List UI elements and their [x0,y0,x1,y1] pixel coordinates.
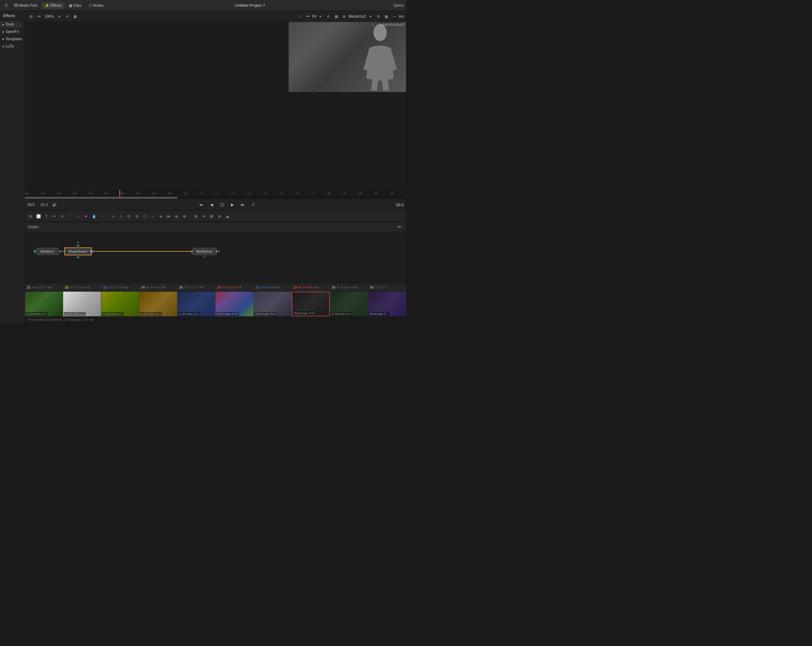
triangle-bottom [76,256,79,258]
settings-icon[interactable]: ⚙ [375,13,382,20]
view-icon[interactable]: ▦ [72,13,79,20]
volume-icon[interactable]: 🔊 [50,201,58,209]
draw-tool-text[interactable]: T [43,213,50,220]
effects-tree-tools[interactable]: ▶ Tools [0,21,23,28]
ruler-mark-73: 73 [247,190,263,197]
clip-thumb-27[interactable]: Blackmagic RAW [253,292,292,316]
triangle-indicator [76,245,79,247]
clip-num-23: 23 [103,285,107,289]
fit-dropdown[interactable]: ▾ [317,13,324,20]
nodes-header: Nodes ••• [25,222,406,232]
connector-1 [59,250,61,253]
ruler-mark-61: 61 [57,190,73,197]
clip-codec-27: Blackmagic RAW [254,312,277,316]
clip-time-23: 00:01:22:08 [108,286,122,289]
draw-tool-14[interactable]: ✦ [200,213,207,220]
ruler-mark-77: 77 [311,190,327,197]
effects-tree-openfx[interactable]: ▶ OpenFX [0,28,23,35]
clip-thumb-25[interactable]: H.264 Main L5.1 [177,292,215,316]
draw-tool-9[interactable]: ⌀ [157,213,164,220]
playhead[interactable] [119,190,120,197]
zoom-display: 100% [43,14,55,18]
draw-tool-move[interactable]: ⤡ [118,213,125,220]
clip-time-29: 00:16:09:39 [336,286,351,289]
clip-header-27: 27 06:17:44:06 V9 [253,283,292,291]
media-pool-tab[interactable]: 🎞 Media Pool [11,2,40,9]
play-btn[interactable]: ▶ [228,201,236,209]
skip-start-btn[interactable]: ⏮ [197,201,205,209]
clip-ver-23: V12 [124,286,129,289]
mediain-node[interactable]: MediaIn1 [37,248,58,255]
draw-tool-2[interactable]: ⬜ [35,213,42,220]
draw-tool-5[interactable]: ⊡ [125,213,133,220]
zoom-dropdown-icon[interactable]: ▾ [56,13,63,20]
mediaout-node[interactable]: MediaOut1 [192,248,217,255]
project-title: Untitled Project 7 [108,3,392,8]
nodes-more-icon[interactable]: ••• [395,223,403,231]
nodes-tab[interactable]: ⬡ Nodes [85,2,107,9]
view-square-icon[interactable]: □ [296,13,304,20]
draw-tool-13[interactable]: ⊞ [192,213,199,220]
draw-tool-drop[interactable]: 💧 [90,213,98,220]
node-graph: MediaIn1 MagicMask1 [34,247,220,255]
draw-tool-curve[interactable]: ⌒ [66,213,74,220]
toolbar-grid-icon[interactable]: ⊞ [27,13,35,20]
draw-tool-sun[interactable]: ✦ [82,213,90,220]
clip-thumb-21[interactable]: H.264 Main L5.1 [25,292,63,316]
minus-icon[interactable]: — [391,13,398,20]
clip-strip: 21 00:01:02:14 V10 22 00:03:13:24 V11 23… [25,283,406,316]
magicmask-node[interactable]: MagicMask1 [64,247,92,255]
draw-tool-10[interactable]: ⋈ [165,213,172,220]
time-ruler[interactable]: 59 60 61 62 63 64 65 66 67 68 69 70 71 7… [25,190,406,197]
stop-btn[interactable]: ⬛ [218,201,226,209]
draw-tool-select[interactable]: ✳ [58,213,66,220]
grid2-icon[interactable]: ▦ [383,13,390,20]
type-icon[interactable]: A [64,13,71,20]
clip-thumb-22[interactable]: H.264 Main L5.1 [63,292,101,316]
clip-header-26: 26 07:41:07:20 V4 [215,283,253,291]
menu-icon[interactable]: ☰ [2,2,10,9]
clip-ver-25: V8 [200,286,203,289]
draw-tool-11[interactable]: ⊕ [173,213,180,220]
svg-point-24 [373,24,387,41]
mediain-node-container: MediaIn1 [37,248,58,255]
draw-tool-12[interactable]: ⊗ [181,213,188,220]
skip-end-btn[interactable]: ⏭ [239,201,247,209]
clip-thumb-30[interactable]: Blackmagic R... [368,292,406,316]
clip-thumb-28[interactable]: Blackmagic RAW [292,292,330,316]
effects-tree-templates[interactable]: ▶ Templates [0,35,23,43]
nodes-panel: Nodes ••• MediaIn1 [25,222,406,283]
toolbar-dots-icon[interactable]: ••• [35,13,43,20]
loop-btn[interactable]: ↺ [249,201,257,209]
clip-thumb-24[interactable]: H.264 Main L5.1 [139,292,177,316]
effects-label: Effects [50,3,61,8]
draw-tool-dots[interactable]: ⁙ [98,213,105,220]
more-options-icon[interactable]: ••• [304,13,311,20]
draw-tool-16[interactable]: ⊛ [216,213,223,220]
grid-icon[interactable]: ▦ [333,13,340,20]
ruler-mark-71: 71 [215,190,231,197]
clip-header-21: 21 00:01:02:14 V10 [25,283,63,291]
prev-frame-btn[interactable]: ◀ [208,201,215,209]
draw-tool-pen[interactable]: ✏ [50,213,58,220]
draw-tool-7[interactable]: ⬡ [141,213,148,220]
clip-thumb-23[interactable]: H.264 Main L5.1 [101,292,139,316]
draw-tool-rect[interactable]: ▭ [110,213,117,220]
draw-tool-15[interactable]: ⊠ [208,213,215,220]
draw-tool-1[interactable]: ⊟ [27,213,34,220]
effects-tab[interactable]: ✨ Effects [41,2,64,9]
end-connector [218,250,220,252]
mediaout-dropdown[interactable]: ▾ [367,13,374,20]
draw-tool-poly[interactable]: ⌓ [74,213,82,220]
draw-tool-6[interactable]: ⧉ [133,213,140,220]
draw-tool-17[interactable]: ☁ [224,213,231,220]
globe-icon[interactable]: ⊕ [340,13,348,20]
clip-header-30: 30 07:57:00 [368,283,406,291]
a-icon[interactable]: A [325,13,332,20]
clip-thumb-29[interactable]: H.264 Main L5.1 [330,292,368,316]
clip-thumb-26[interactable]: Blackmagic RAW [215,292,253,316]
clips-tab[interactable]: ▦ Clips [66,2,85,9]
draw-tool-8[interactable]: ○ [149,213,156,220]
effects-sidebar: Effects ▶ Tools ▶ OpenFX ▶ Templates ▶ L… [0,11,23,323]
effects-tree-luts[interactable]: ▶ LUTs [0,43,23,50]
